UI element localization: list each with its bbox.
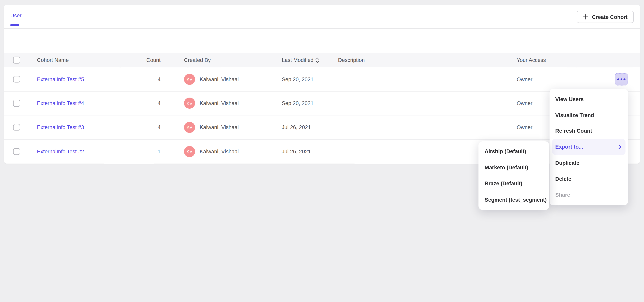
- create-cohort-button[interactable]: Create Cohort: [577, 11, 634, 23]
- plus-icon: [583, 14, 589, 20]
- last-modified-date: Sep 20, 2021: [282, 100, 314, 106]
- avatar: KV: [184, 122, 195, 133]
- column-header-your-access[interactable]: Your Access: [517, 57, 546, 63]
- avatar: KV: [184, 74, 195, 85]
- table-row: ExternalInfo Test #5 4 KV Kalwani, Visha…: [4, 68, 640, 92]
- tab-user[interactable]: User: [10, 12, 22, 18]
- submenu-item-segment[interactable]: Segment (test_segment): [478, 192, 549, 208]
- cohort-name-link[interactable]: ExternalInfo Test #3: [37, 124, 84, 130]
- toolbar: 4 Results Filter by Created By You All A…: [4, 29, 640, 53]
- cohort-count: 4: [127, 124, 160, 130]
- submenu-item-marketo[interactable]: Marketo (Default): [478, 160, 549, 176]
- row-checkbox[interactable]: [13, 76, 20, 82]
- create-cohort-label: Create Cohort: [592, 14, 628, 20]
- tab-strip: User Create Cohort: [4, 5, 640, 28]
- submenu-item-braze[interactable]: Braze (Default): [478, 176, 549, 192]
- created-by-name: Kalwani, Vishaal: [200, 76, 239, 82]
- menu-item-share: Share: [552, 187, 626, 203]
- last-modified-label: Last Modified: [282, 57, 314, 63]
- row-actions-menu: View Users Visualize Trend Refresh Count…: [550, 89, 628, 206]
- active-tab-indicator: [10, 24, 19, 26]
- column-header-cohort-name[interactable]: Cohort Name: [37, 57, 69, 63]
- access-level: Owner: [517, 100, 532, 106]
- cohort-name-link[interactable]: ExternalInfo Test #4: [37, 100, 84, 106]
- avatar: KV: [184, 146, 195, 157]
- row-checkbox[interactable]: [13, 148, 20, 155]
- submenu-item-airship[interactable]: Airship (Default): [478, 143, 549, 160]
- column-header-count[interactable]: Count: [127, 57, 160, 63]
- cohort-name-link[interactable]: ExternalInfo Test #5: [37, 76, 84, 82]
- export-submenu: Airship (Default) Marketo (Default) Braz…: [478, 141, 549, 210]
- cohort-count: 4: [127, 100, 160, 106]
- last-modified-date: Jul 26, 2021: [282, 148, 311, 154]
- avatar: KV: [184, 98, 195, 109]
- created-by-name: Kalwani, Vishaal: [200, 148, 239, 154]
- cohorts-panel: User Create Cohort 4 Results Filter by C…: [4, 5, 640, 164]
- table-header-row: Cohort Name Count Created By Last Modifi…: [4, 53, 640, 68]
- row-actions-button[interactable]: [615, 73, 628, 85]
- cohort-count: 1: [127, 148, 160, 154]
- table-row: ExternalInfo Test #4 4 KV Kalwani, Visha…: [4, 92, 640, 116]
- menu-item-delete[interactable]: Delete: [552, 171, 626, 187]
- export-to-label: Export to...: [555, 144, 583, 150]
- access-level: Owner: [517, 76, 532, 82]
- table-row: ExternalInfo Test #3 4 KV Kalwani, Visha…: [4, 116, 640, 140]
- last-modified-date: Sep 20, 2021: [282, 76, 314, 82]
- cohort-name-link[interactable]: ExternalInfo Test #2: [37, 148, 84, 154]
- menu-item-export-to[interactable]: Export to...: [552, 139, 626, 155]
- menu-item-refresh-count[interactable]: Refresh Count: [552, 123, 626, 139]
- created-by-name: Kalwani, Vishaal: [200, 124, 239, 130]
- menu-item-visualize-trend[interactable]: Visualize Trend: [552, 107, 626, 123]
- column-header-created-by[interactable]: Created By: [184, 57, 211, 63]
- column-header-last-modified[interactable]: Last Modified: [282, 57, 319, 63]
- chevron-right-icon: [618, 145, 622, 149]
- access-level: Owner: [517, 124, 532, 130]
- row-checkbox[interactable]: [13, 100, 20, 106]
- menu-item-duplicate[interactable]: Duplicate: [552, 155, 626, 171]
- cohort-count: 4: [127, 76, 160, 82]
- select-all-checkbox[interactable]: [13, 56, 20, 63]
- last-modified-date: Jul 26, 2021: [282, 124, 311, 130]
- created-by-name: Kalwani, Vishaal: [200, 100, 239, 106]
- row-checkbox[interactable]: [13, 124, 20, 130]
- cohorts-page: User Create Cohort 4 Results Filter by C…: [0, 0, 644, 302]
- menu-item-view-users[interactable]: View Users: [552, 91, 626, 107]
- sort-icon: [316, 57, 319, 63]
- column-header-description[interactable]: Description: [338, 57, 365, 63]
